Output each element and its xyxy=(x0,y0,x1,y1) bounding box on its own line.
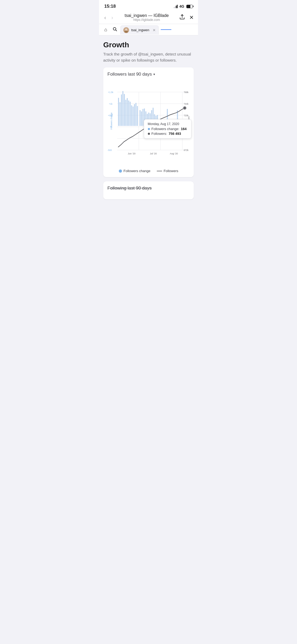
growth-title: Growth xyxy=(103,41,194,49)
share-button[interactable] xyxy=(179,14,185,21)
following-chart-card: Following last 90 days xyxy=(103,181,194,199)
svg-rect-33 xyxy=(131,105,132,126)
svg-text:Jul '20: Jul '20 xyxy=(150,152,157,155)
svg-text:-500: -500 xyxy=(107,149,112,151)
status-time: 15:18 xyxy=(104,4,116,9)
network-label: 4G xyxy=(179,4,184,8)
legend-change-label: Followers change xyxy=(124,169,150,173)
battery-icon xyxy=(186,5,193,8)
page-url: https://igblade.com xyxy=(117,18,176,22)
svg-rect-27 xyxy=(122,91,124,126)
signal-icon xyxy=(174,4,178,8)
svg-text:+1k: +1k xyxy=(109,103,112,105)
svg-text:744k: 744k xyxy=(184,103,189,105)
chevron-down-icon: ▾ xyxy=(153,72,155,76)
svg-text:Aug '20: Aug '20 xyxy=(170,152,178,155)
svg-rect-40 xyxy=(143,109,144,126)
svg-rect-28 xyxy=(124,94,125,126)
tooltip-followers-row: Followers: 756 493 xyxy=(148,132,187,136)
legend-followers-label: Followers xyxy=(164,169,178,173)
legend-followers-change: Followers change xyxy=(119,169,150,173)
legend-change-dot xyxy=(119,169,122,173)
legend-followers-line xyxy=(157,171,162,171)
growth-description: Track the growth of @tsai_ingwen, detect… xyxy=(103,51,194,63)
status-icons: 4G xyxy=(174,4,193,8)
tab-label: tsai_ingwen xyxy=(131,28,149,32)
svg-text:Followers change: Followers change xyxy=(110,112,113,130)
svg-rect-24 xyxy=(118,98,119,126)
svg-line-1 xyxy=(116,30,117,31)
svg-rect-38 xyxy=(140,110,141,126)
svg-rect-30 xyxy=(127,98,128,126)
svg-text:720k: 720k xyxy=(184,114,189,117)
back-button[interactable]: ‹ xyxy=(103,13,107,22)
svg-rect-26 xyxy=(121,94,122,126)
search-button[interactable] xyxy=(111,24,118,35)
tooltip-change-dot xyxy=(148,128,150,130)
forward-button[interactable]: › xyxy=(110,13,114,22)
svg-rect-32 xyxy=(130,102,131,126)
svg-point-4 xyxy=(124,31,128,33)
chart-dropdown[interactable]: Followers last 90 days ▾ xyxy=(107,72,190,77)
svg-rect-36 xyxy=(135,103,136,126)
browser-actions: ✕ xyxy=(179,14,194,21)
tooltip-followers-label: Followers: xyxy=(152,132,167,136)
svg-text:768k: 768k xyxy=(184,91,189,94)
tab-favicon xyxy=(123,27,129,33)
svg-text:Jun '20: Jun '20 xyxy=(128,152,135,155)
svg-point-68 xyxy=(184,107,186,109)
following-chart-header[interactable]: Following last 90 days xyxy=(107,186,190,191)
followers-chart-card: Followers last 90 days ▾ +1.5k +1k +5 xyxy=(103,67,194,177)
page-title: tsai_ingwen — IGBlade xyxy=(117,13,176,18)
svg-rect-35 xyxy=(134,104,135,126)
tab-underline xyxy=(161,29,171,30)
tooltip-followers-value: 756 493 xyxy=(169,132,181,136)
tooltip-change-value: 164 xyxy=(181,127,187,131)
browser-nav: ‹ › tsai_ingwen — IGBlade https://igblad… xyxy=(99,11,198,24)
svg-rect-34 xyxy=(133,107,134,126)
svg-rect-39 xyxy=(141,111,142,126)
tooltip-date: Monday, Aug 17, 2020 xyxy=(148,122,187,126)
svg-rect-37 xyxy=(137,106,138,126)
browser-tab[interactable]: tsai_ingwen ✕ xyxy=(120,25,159,35)
chart-tooltip: Monday, Aug 17, 2020 Followers change: 1… xyxy=(144,119,191,139)
svg-point-3 xyxy=(125,29,127,31)
chart-area: +1.5k +1k +500 0 -500 768k 744k 720k 696… xyxy=(107,81,190,166)
home-button[interactable]: ⌂ xyxy=(102,24,109,35)
tooltip-followers-change-row: Followers change: 164 xyxy=(148,127,187,131)
svg-rect-29 xyxy=(125,100,126,126)
address-bar: tsai_ingwen — IGBlade https://igblade.co… xyxy=(117,13,176,22)
chart-title: Followers last 90 days xyxy=(107,72,152,77)
legend-followers: Followers xyxy=(157,169,178,173)
status-bar: 15:18 4G xyxy=(99,0,198,11)
tab-close-button[interactable]: ✕ xyxy=(153,28,156,32)
tooltip-change-label: Followers change: xyxy=(152,127,180,131)
tab-bar: ⌂ tsai_ingwen ✕ xyxy=(99,24,198,35)
svg-rect-25 xyxy=(120,102,121,126)
close-button[interactable]: ✕ xyxy=(189,14,194,21)
chart-legend: Followers change Followers xyxy=(107,169,190,173)
tooltip-followers-dot xyxy=(148,133,150,135)
page-content: Growth Track the growth of @tsai_ingwen,… xyxy=(99,41,198,205)
following-chart-title: Following last 90 days xyxy=(107,186,152,191)
svg-text:672k: 672k xyxy=(184,149,189,151)
svg-text:+1.5k: +1.5k xyxy=(108,91,114,94)
svg-rect-31 xyxy=(128,100,129,126)
